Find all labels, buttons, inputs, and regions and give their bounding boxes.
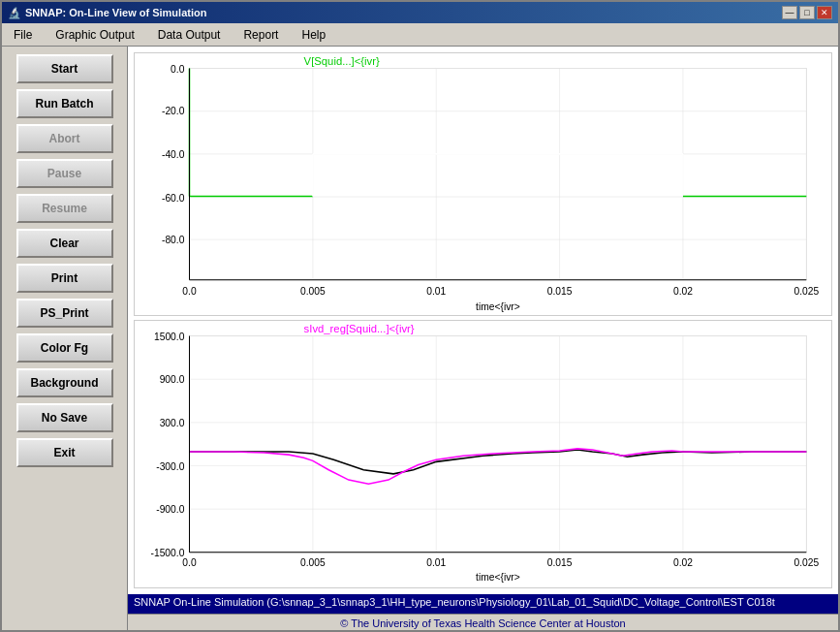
- abort-button[interactable]: Abort: [16, 124, 113, 153]
- window-title: SNNAP: On-Line View of Simulation: [25, 7, 206, 18]
- chart1-area: 0.0 -20.0 -40.0 -60.0 -80.0 0.0 0.005 0.…: [134, 52, 832, 316]
- svg-text:0.01: 0.01: [426, 286, 446, 297]
- status-bar: SNNAP On-Line Simulation (G:\snnap_3_1\s…: [128, 594, 838, 614]
- svg-text:-60.0: -60.0: [162, 193, 185, 204]
- title-bar-text: 🔬 SNNAP: On-Line View of Simulation: [8, 7, 206, 19]
- close-button[interactable]: ✕: [817, 6, 832, 19]
- menu-report[interactable]: Report: [235, 26, 286, 44]
- svg-text:1500.0: 1500.0: [154, 332, 185, 342]
- svg-text:0.025: 0.025: [793, 286, 819, 297]
- svg-text:0.0: 0.0: [182, 557, 197, 568]
- svg-text:0.005: 0.005: [300, 286, 326, 297]
- start-button[interactable]: Start: [16, 54, 113, 83]
- ps-print-button[interactable]: PS_Print: [16, 299, 113, 328]
- run-batch-button[interactable]: Run Batch: [16, 89, 113, 118]
- svg-text:-80.0: -80.0: [162, 235, 185, 245]
- main-area: 0.0 -20.0 -40.0 -60.0 -80.0 0.0 0.005 0.…: [128, 47, 838, 630]
- svg-text:time<{ivr>: time<{ivr>: [476, 572, 520, 583]
- svg-text:0.0: 0.0: [171, 64, 185, 75]
- svg-text:-300.0: -300.0: [156, 461, 184, 472]
- svg-text:0.005: 0.005: [300, 557, 326, 568]
- footer-text: © The University of Texas Health Science…: [340, 617, 625, 629]
- svg-rect-35: [189, 336, 806, 553]
- svg-text:sIvd_reg[Squid...]<{ivr}: sIvd_reg[Squid...]<{ivr}: [304, 323, 415, 334]
- svg-text:0.0: 0.0: [182, 286, 197, 297]
- title-bar: 🔬 SNNAP: On-Line View of Simulation — □ …: [2, 2, 838, 23]
- svg-text:-900.0: -900.0: [156, 504, 184, 515]
- content-area: Start Run Batch Abort Pause Resume Clear…: [2, 47, 838, 630]
- svg-text:300.0: 300.0: [160, 418, 185, 428]
- svg-text:-20.0: -20.0: [162, 106, 185, 116]
- footer: © The University of Texas Health Science…: [128, 614, 838, 630]
- chart2-svg: 1500.0 900.0 300.0 -300.0 -900.0 -1500.0…: [135, 321, 831, 587]
- pause-button[interactable]: Pause: [16, 159, 113, 188]
- svg-rect-1: [189, 69, 806, 280]
- svg-text:0.025: 0.025: [793, 557, 819, 568]
- svg-text:900.0: 900.0: [160, 374, 185, 385]
- menu-file[interactable]: File: [6, 26, 40, 44]
- resume-button[interactable]: Resume: [16, 194, 113, 223]
- chart2-area: 1500.0 900.0 300.0 -300.0 -900.0 -1500.0…: [134, 320, 832, 588]
- svg-text:time<{ivr>: time<{ivr>: [476, 301, 520, 312]
- svg-text:-1500.0: -1500.0: [151, 548, 185, 558]
- charts-container: 0.0 -20.0 -40.0 -60.0 -80.0 0.0 0.005 0.…: [128, 47, 838, 594]
- main-window: 🔬 SNNAP: On-Line View of Simulation — □ …: [0, 0, 840, 632]
- svg-text:0.02: 0.02: [673, 557, 693, 568]
- color-fg-button[interactable]: Color Fg: [16, 333, 113, 363]
- minimize-button[interactable]: —: [782, 6, 797, 19]
- menu-graphic-output[interactable]: Graphic Output: [47, 26, 141, 44]
- svg-text:-40.0: -40.0: [162, 149, 185, 160]
- svg-text:0.015: 0.015: [547, 557, 573, 568]
- clear-button[interactable]: Clear: [16, 229, 113, 258]
- svg-text:V[Squid...]<{ivr}: V[Squid...]<{ivr}: [304, 55, 380, 67]
- menu-bar: File Graphic Output Data Output Report H…: [2, 23, 838, 47]
- svg-text:0.015: 0.015: [547, 286, 573, 297]
- app-icon: 🔬: [8, 7, 21, 19]
- no-save-button[interactable]: No Save: [16, 403, 113, 432]
- print-button[interactable]: Print: [16, 264, 113, 293]
- chart1-svg: 0.0 -20.0 -40.0 -60.0 -80.0 0.0 0.005 0.…: [135, 53, 831, 315]
- menu-help[interactable]: Help: [294, 26, 333, 44]
- menu-data-output[interactable]: Data Output: [150, 26, 229, 44]
- background-button[interactable]: Background: [16, 368, 113, 397]
- title-bar-controls: — □ ✕: [782, 6, 832, 19]
- status-text: SNNAP On-Line Simulation (G:\snnap_3_1\s…: [134, 596, 775, 608]
- svg-text:0.01: 0.01: [426, 557, 446, 568]
- exit-button[interactable]: Exit: [16, 438, 113, 467]
- svg-text:0.02: 0.02: [673, 286, 693, 297]
- maximize-button[interactable]: □: [799, 6, 815, 19]
- sidebar: Start Run Batch Abort Pause Resume Clear…: [2, 47, 128, 630]
